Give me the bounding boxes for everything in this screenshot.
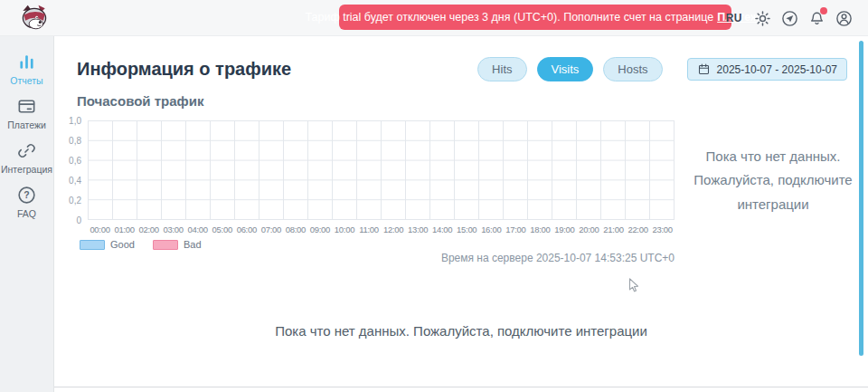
x-tick-label: 23:00 — [650, 225, 675, 234]
x-tick-label: 06:00 — [234, 225, 259, 234]
x-tick-label: 05:00 — [210, 225, 234, 234]
raccoon-logo[interactable] — [18, 3, 51, 33]
x-axis: 00:0001:0002:0003:0004:0005:0006:0007:00… — [88, 225, 675, 234]
scrollbar-thumb[interactable] — [859, 41, 863, 356]
x-tick-label: 08:00 — [283, 225, 307, 234]
y-tick-label: 0,4 — [69, 176, 81, 186]
sidebar-item-label: Отчеты — [10, 75, 42, 86]
legend-label: Good — [110, 239, 135, 250]
x-tick-label: 21:00 — [601, 225, 626, 234]
trial-banner: Тариф trial будет отключен через 3 дня (… — [339, 5, 731, 30]
theme-sun-icon[interactable] — [753, 9, 772, 28]
top-header: Тариф trial будет отключен через 3 дня (… — [0, 0, 868, 36]
sidebar-item-payments[interactable]: Платежи — [0, 96, 53, 130]
x-tick-label: 09:00 — [307, 225, 332, 234]
page-title: Информация о трафике — [77, 59, 291, 80]
tab-visits[interactable]: Visits — [537, 57, 594, 81]
header-actions: RU — [726, 0, 854, 36]
app-window: Тариф trial будет отключен через 3 дня (… — [0, 0, 868, 392]
x-tick-label: 10:00 — [332, 225, 356, 234]
x-tick-label: 17:00 — [504, 225, 528, 234]
sidebar: Отчеты Платежи Интеграция ? FAQ — [0, 36, 54, 392]
sidebar-item-label: Интеграция — [1, 164, 52, 175]
x-tick-label: 16:00 — [479, 225, 504, 234]
date-range-value: 2025-10-07 - 2025-10-07 — [717, 63, 837, 76]
telegram-icon[interactable] — [780, 9, 799, 28]
x-tick-label: 19:00 — [552, 225, 577, 234]
x-tick-label: 14:00 — [430, 225, 455, 234]
x-tick-label: 15:00 — [455, 225, 479, 234]
x-tick-label: 11:00 — [357, 225, 382, 234]
x-tick-label: 20:00 — [577, 225, 601, 234]
chart-legend: GoodBad — [80, 239, 202, 250]
traffic-tabs: Hits Visits Hosts — [477, 57, 662, 81]
x-tick-label: 01:00 — [112, 225, 137, 234]
y-tick-label: 0,8 — [69, 136, 81, 146]
legend-swatch — [153, 240, 178, 250]
account-icon[interactable] — [835, 9, 854, 28]
notifications-bell-icon[interactable] — [807, 9, 826, 28]
notification-dot — [820, 7, 827, 14]
sidebar-item-faq[interactable]: ? FAQ — [0, 185, 53, 219]
no-data-side-message: Пока что нет данных. Пожалуйста, подключ… — [678, 145, 868, 216]
y-tick-label: 0 — [76, 215, 81, 225]
legend-item-bad[interactable]: Bad — [153, 239, 202, 250]
hourly-traffic-chart-grid — [88, 120, 675, 220]
x-tick-label: 07:00 — [259, 225, 283, 234]
chart-title: Почасовой трафик — [77, 93, 203, 109]
x-tick-label: 13:00 — [406, 225, 430, 234]
x-tick-label: 22:00 — [626, 225, 650, 234]
no-data-bottom-message: Пока что нет данных. Пожалуйста, подключ… — [54, 323, 868, 339]
sidebar-item-label: Платежи — [7, 120, 46, 130]
legend-item-good[interactable]: Good — [80, 239, 135, 250]
x-tick-label: 18:00 — [528, 225, 552, 234]
footer-divider — [54, 387, 868, 387]
tab-hits[interactable]: Hits — [477, 57, 526, 81]
svg-text:?: ? — [24, 189, 29, 200]
title-row: Информация о трафике Hits Visits Hosts 2… — [77, 57, 847, 81]
bar-chart-icon — [16, 52, 37, 72]
payments-card-icon — [16, 96, 37, 117]
faq-question-icon: ? — [16, 185, 37, 206]
x-tick-label: 12:00 — [382, 225, 406, 234]
legend-label: Bad — [184, 239, 202, 250]
x-tick-label: 04:00 — [185, 225, 210, 234]
main-content: Информация о трафике Hits Visits Hosts 2… — [54, 36, 868, 392]
sidebar-item-reports[interactable]: Отчеты — [0, 52, 53, 86]
x-tick-label: 00:00 — [88, 225, 112, 234]
y-tick-label: 1,0 — [69, 116, 81, 126]
legend-swatch — [80, 240, 105, 250]
x-tick-label: 02:00 — [137, 225, 161, 234]
language-selector[interactable]: RU — [726, 12, 742, 24]
tab-hosts[interactable]: Hosts — [603, 57, 662, 81]
date-range-picker[interactable]: 2025-10-07 - 2025-10-07 — [687, 58, 847, 81]
trial-banner-text: Тариф trial будет отключен через 3 дня (… — [305, 11, 713, 24]
integration-link-icon — [16, 140, 37, 161]
x-tick-label: 03:00 — [161, 225, 185, 234]
server-time-label: Время на сервере 2025-10-07 14:53:25 UTC… — [88, 252, 675, 264]
sidebar-item-label: FAQ — [17, 208, 36, 219]
calendar-icon — [697, 62, 711, 76]
sidebar-item-integration[interactable]: Интеграция — [0, 140, 53, 175]
y-axis: 1,00,80,60,40,20 — [56, 120, 84, 220]
y-tick-label: 0,6 — [69, 156, 81, 166]
y-tick-label: 0,2 — [69, 196, 81, 206]
